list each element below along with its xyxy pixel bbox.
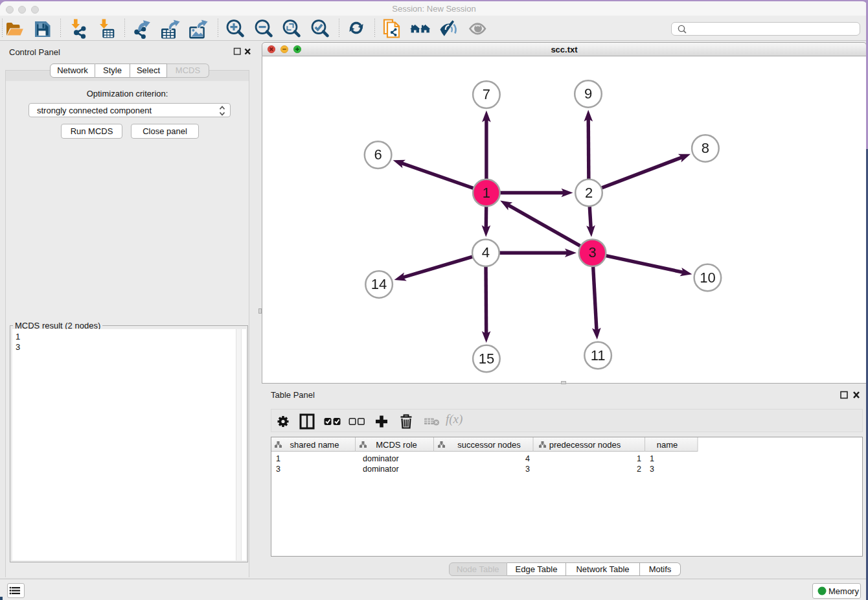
svg-text:successor nodes: successor nodes (457, 440, 521, 450)
svg-text:3: 3 (276, 465, 280, 474)
svg-text:1: 1 (483, 185, 490, 201)
svg-text:MCDS role: MCDS role (376, 440, 417, 450)
svg-text:2: 2 (585, 185, 593, 201)
svg-text:3: 3 (588, 244, 596, 260)
svg-text:1: 1 (650, 454, 654, 463)
svg-text:4: 4 (525, 454, 530, 463)
svg-text:shared name: shared name (290, 440, 339, 450)
svg-text:3: 3 (525, 465, 530, 474)
svg-text:1: 1 (637, 454, 641, 463)
svg-text:8: 8 (702, 140, 709, 156)
svg-text:3: 3 (650, 465, 654, 474)
svg-text:dominator: dominator (363, 454, 399, 463)
svg-text:2: 2 (637, 465, 641, 474)
svg-text:10: 10 (700, 270, 715, 286)
svg-text:dominator: dominator (363, 465, 399, 474)
svg-text:9: 9 (584, 86, 592, 102)
svg-text:7: 7 (483, 86, 490, 102)
svg-text:name: name (657, 440, 678, 450)
svg-text:11: 11 (591, 347, 606, 363)
svg-text:14: 14 (371, 276, 387, 292)
svg-text:4: 4 (482, 244, 490, 260)
svg-text:1: 1 (276, 454, 280, 463)
svg-text:6: 6 (374, 146, 382, 163)
svg-text:predecessor nodes: predecessor nodes (549, 440, 621, 450)
svg-text:15: 15 (479, 351, 494, 367)
